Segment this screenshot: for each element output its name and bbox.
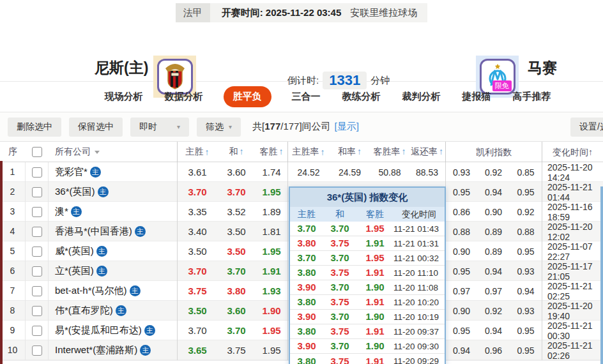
company-cell[interactable]: 澳*主 bbox=[49, 206, 177, 218]
sort-asc-icon: ↑ bbox=[402, 146, 406, 156]
popup-header-away: 客胜 bbox=[356, 209, 393, 220]
header-company[interactable]: 所有公司 bbox=[49, 146, 177, 158]
kelly-draw: 0.89 bbox=[485, 227, 502, 237]
popup-home-odds: 3.90 bbox=[297, 282, 316, 292]
away-odds: 1.74 bbox=[262, 167, 280, 178]
kelly-draw: 0.92 bbox=[485, 167, 502, 178]
popup-row: 3.80 3.75 1.91 11-20 09:37 bbox=[290, 324, 445, 339]
delete-selected-button[interactable]: 删除选中 bbox=[8, 118, 61, 137]
company-cell[interactable]: 伟*(直布罗陀)主 bbox=[49, 305, 177, 317]
company-cell[interactable]: 立*(英国)主 bbox=[49, 265, 177, 277]
settings-button[interactable]: 设置/选择 bbox=[570, 118, 603, 137]
row-checkbox[interactable] bbox=[32, 345, 42, 356]
company-cell[interactable]: 36*(英国)主 bbox=[49, 186, 177, 198]
header-return-rate-label: 返还率 bbox=[411, 146, 438, 156]
row-checkbox[interactable] bbox=[32, 227, 42, 237]
draw-odds: 3.60 bbox=[227, 305, 245, 316]
tab-item[interactable]: 三合一 bbox=[291, 86, 322, 107]
draw-odds: 3.60 bbox=[227, 167, 245, 178]
tab-item[interactable]: 教练分析 bbox=[341, 86, 382, 107]
header-home-odds[interactable]: 主胜↑ bbox=[177, 142, 217, 162]
popup-home-odds: 3.90 bbox=[297, 311, 316, 322]
kelly-draw: 0.92 bbox=[485, 306, 502, 316]
promo-badge: 限免 bbox=[492, 80, 512, 91]
company-cell[interactable]: Interwet*(塞浦路斯)主 bbox=[49, 344, 177, 356]
popup-change-time: 11-21 01:43 bbox=[393, 224, 445, 234]
table-toolbar: 删除选中 保留选中 即时▾ 筛选▾ 共[177/177]间公司[显示] 设置/选… bbox=[0, 112, 603, 142]
kickoff-label: 开赛时间: bbox=[222, 7, 263, 18]
tab-item[interactable]: 捷报猫 限免 bbox=[461, 86, 492, 107]
row-checkbox[interactable] bbox=[32, 306, 42, 316]
popup-away-odds: 1.91 bbox=[365, 326, 384, 337]
header-draw-odds[interactable]: 和↑ bbox=[217, 146, 256, 158]
popup-home-odds: 3.80 bbox=[297, 296, 316, 307]
company-cell[interactable]: 香港马*(中国香港)主 bbox=[49, 225, 177, 238]
popup-home-odds: 3.80 bbox=[297, 267, 316, 278]
away-odds: 1.90 bbox=[262, 305, 280, 316]
change-time: 2025-11-07 22:27 bbox=[542, 241, 603, 261]
row-checkbox[interactable] bbox=[32, 187, 42, 197]
row-checkbox[interactable] bbox=[32, 286, 42, 296]
company-name: 伟*(直布罗陀) bbox=[55, 305, 113, 317]
tab-label: 数据分析 bbox=[165, 91, 203, 102]
row-index: 2 bbox=[0, 182, 26, 202]
row-checkbox[interactable] bbox=[32, 207, 42, 217]
home-odds: 3.50 bbox=[188, 305, 206, 316]
table-header: 序 所有公司 主胜↑ 和↑ 客胜↑ 主胜率↑ 和率↑ 客胜率↑ 返还率↑ 凯利指… bbox=[0, 142, 603, 162]
popup-row: 3.70 3.70 1.95 11-21 00:32 bbox=[290, 251, 445, 266]
show-link[interactable]: [显示] bbox=[335, 121, 359, 132]
header-draw-rate[interactable]: 和率↑ bbox=[329, 146, 370, 158]
instant-dropdown[interactable]: 即时▾ bbox=[130, 118, 189, 137]
sort-asc-icon: ↑ bbox=[588, 147, 593, 157]
match-info-strip: 法甲 开赛时间: 2025-11-22 03:45 安联里维拉球场 bbox=[176, 3, 428, 22]
company-cell[interactable]: 竞彩官*主 bbox=[49, 166, 177, 178]
league-badge: 法甲 bbox=[176, 3, 210, 22]
company-name: 香港马*(中国香港) bbox=[55, 225, 132, 238]
header-home-rate[interactable]: 主胜率↑ bbox=[287, 142, 329, 162]
popup-row: 3.70 3.70 1.95 11-21 01:43 bbox=[290, 222, 445, 236]
select-all-checkbox[interactable] bbox=[32, 147, 42, 157]
table-row[interactable]: 1 竞彩官*主 3.61 3.60 1.74 24.52 24.59 50.88… bbox=[0, 162, 603, 182]
keep-selected-button[interactable]: 保留选中 bbox=[69, 118, 123, 137]
row-checkbox[interactable] bbox=[32, 246, 42, 257]
popup-away-odds: 1.90 bbox=[365, 282, 384, 292]
company-cell[interactable]: bet-at-h*(马尔他)主 bbox=[49, 285, 177, 297]
row-checkbox[interactable] bbox=[32, 326, 42, 336]
popup-away-odds: 1.95 bbox=[365, 223, 384, 234]
tab-label: 高手推荐 bbox=[513, 91, 551, 102]
header-change-time[interactable]: 变化时间↑ bbox=[542, 142, 603, 162]
tab-item[interactable]: 胜平负 bbox=[224, 86, 271, 107]
tab-item[interactable]: 裁判分析 bbox=[401, 86, 442, 107]
popup-home-odds: 3.80 bbox=[297, 326, 316, 337]
kelly-home: 0.97 bbox=[453, 286, 470, 296]
header-away-odds[interactable]: 客胜↑ bbox=[256, 146, 287, 158]
sort-asc-icon: ↑ bbox=[279, 146, 284, 156]
tab-item[interactable]: 数据分析 bbox=[164, 86, 204, 107]
draw-odds: 3.52 bbox=[227, 206, 245, 217]
home-odds: 3.50 bbox=[188, 246, 206, 257]
company-cell[interactable]: 易*(安提瓜和巴布达)主 bbox=[49, 324, 177, 337]
main-company-icon: 主 bbox=[98, 186, 109, 197]
row-checkbox-cell bbox=[26, 241, 49, 261]
tab-item[interactable]: 现场分析 bbox=[103, 86, 144, 107]
company-cell[interactable]: 威*(英国)主 bbox=[49, 245, 177, 257]
change-time: 2025-11-20 12:02 bbox=[542, 222, 603, 241]
home-odds: 3.61 bbox=[188, 167, 206, 178]
header-return-rate[interactable]: 返还率↑ bbox=[409, 146, 445, 158]
row-checkbox[interactable] bbox=[32, 167, 42, 178]
draw-odds: 3.50 bbox=[227, 226, 245, 237]
kelly-away: 0.94 bbox=[517, 286, 534, 296]
main-company-icon: 主 bbox=[71, 206, 82, 217]
chevron-down-icon: ▾ bbox=[229, 123, 232, 130]
chevron-down-icon: ▾ bbox=[177, 123, 180, 130]
popup-change-time: 11-20 11:08 bbox=[393, 283, 445, 292]
tab-label: 裁判分析 bbox=[402, 91, 441, 102]
tab-item[interactable]: 高手推荐 bbox=[512, 86, 553, 107]
header-index: 序 bbox=[0, 146, 26, 158]
header-away-rate[interactable]: 客胜率↑ bbox=[370, 146, 409, 158]
main-company-icon: 主 bbox=[96, 246, 107, 257]
row-checkbox[interactable] bbox=[32, 266, 42, 277]
filter-dropdown[interactable]: 筛选▾ bbox=[197, 118, 241, 137]
home-odds: 3.70 bbox=[188, 186, 206, 197]
row-index: 10 bbox=[0, 340, 26, 360]
